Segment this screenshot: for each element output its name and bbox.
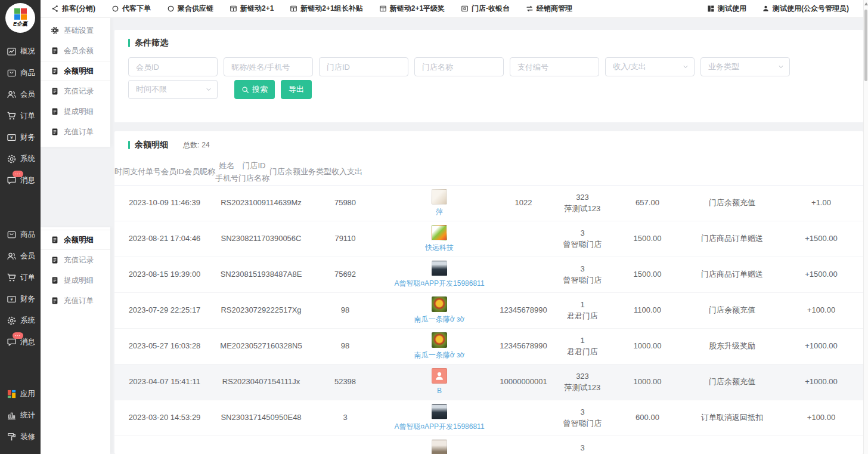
sidebar-item[interactable]: 消息 xyxy=(0,169,41,191)
member-nickname-link[interactable]: 南瓜一条藤ở зờ xyxy=(414,314,465,325)
sidebar-item-icon xyxy=(7,432,17,442)
sidebar-item[interactable]: 应用 xyxy=(0,383,41,404)
filter-input[interactable] xyxy=(414,57,504,76)
scrollbar-up-arrow[interactable] xyxy=(864,2,868,5)
topbar-nav-item[interactable]: 推客(分销) xyxy=(51,4,95,14)
sidebar-item[interactable]: 统计 xyxy=(0,404,41,426)
submenu-item-label: 基础设置 xyxy=(64,26,94,36)
store-id: 3 xyxy=(551,263,614,275)
sidebar-item[interactable]: 订单 xyxy=(0,105,41,126)
table-row[interactable]: 2023-04-07 15:41:11 RS20230407154111Jx 5… xyxy=(114,365,863,400)
cell-pay-number: ME20230527160328N5 xyxy=(215,340,308,352)
submenu-item[interactable]: 提成明细 xyxy=(41,101,110,122)
cell-store-balance: 657.00 xyxy=(614,197,681,209)
sidebar-item[interactable]: 系统 xyxy=(0,148,41,169)
member-nickname-link[interactable]: 南瓜一条藤ở зờ xyxy=(414,350,465,360)
cell-member-nickname: 快远科技 xyxy=(383,225,496,253)
filter-input[interactable] xyxy=(510,57,599,76)
submenu-item[interactable]: 余额明细 xyxy=(41,61,110,81)
topbar-account-item[interactable]: 测试使用(公众号管理员) xyxy=(762,4,849,14)
submenu-item[interactable]: 会员余额 xyxy=(41,41,110,61)
table-row[interactable]: 3 xyxy=(114,436,863,454)
sidebar-item[interactable]: 商品 xyxy=(0,62,41,84)
sidebar-item[interactable]: 财务 xyxy=(0,288,41,310)
time-range-select[interactable]: 时间不限 xyxy=(128,80,218,99)
account-item-icon xyxy=(707,5,715,13)
cell-member-nickname: A曾智聪¤APP开发15986811 xyxy=(383,404,496,432)
topbar-nav-item[interactable]: 经销商管理 xyxy=(526,4,572,14)
member-nickname-link[interactable]: 快远科技 xyxy=(425,242,454,253)
sidebar-item-icon xyxy=(7,294,17,304)
sidebar-item[interactable]: 会员 xyxy=(0,84,41,105)
scrollbar-thumb[interactable] xyxy=(864,10,867,81)
member-nickname-link[interactable]: A曾智聪¤APP开发15986811 xyxy=(394,421,484,432)
filter-input[interactable] xyxy=(128,57,218,76)
table-row[interactable]: 2023-08-21 17:04:46 SN230821170390056C 7… xyxy=(114,221,863,257)
cell-phone: 12345678990 xyxy=(496,304,551,316)
table-header-cell: 门店余额 xyxy=(269,166,300,178)
cell-pay-number: RS20231009114639Mz xyxy=(215,197,308,209)
cell-store: 323 萍测试123 xyxy=(551,370,614,394)
filter-card: 条件筛选 收入/支出 xyxy=(114,30,863,122)
app-logo[interactable]: E企赢 xyxy=(0,0,41,36)
submenu-item-icon xyxy=(51,87,59,95)
topbar-nav-item[interactable]: 代客下单 xyxy=(111,4,151,14)
total-label: 总数: xyxy=(183,141,199,149)
filter-title: 条件筛选 xyxy=(135,38,168,48)
sidebar-item-label: 财务 xyxy=(20,132,35,143)
member-nickname-link[interactable]: B xyxy=(437,385,442,396)
submenu-item[interactable]: 充值记录 xyxy=(41,81,110,101)
submenu-item-icon xyxy=(51,128,59,136)
submenu-item-icon xyxy=(51,47,59,55)
table-row[interactable]: 2023-05-27 16:03:28 ME20230527160328N5 9… xyxy=(114,329,863,365)
cell-amount: +100.00 xyxy=(783,304,859,316)
table-row[interactable]: 2023-07-29 22:25:17 RS20230729222517Xg 9… xyxy=(114,293,863,329)
topbar-nav-item[interactable]: 新链动2+1平级奖 xyxy=(379,4,445,14)
sidebar-item[interactable]: 商品 xyxy=(0,224,41,245)
sidebar-item[interactable]: 财务 xyxy=(0,126,41,148)
table-row[interactable]: 2023-03-20 14:53:29 SN2303171450950E48 3… xyxy=(114,400,863,436)
sidebar-item[interactable]: 概况 xyxy=(0,41,41,62)
table-row[interactable]: 2023-10-09 11:46:39 RS20231009114639Mz 7… xyxy=(114,186,863,221)
sidebar-item[interactable]: 系统 xyxy=(0,310,41,331)
submenu-item[interactable]: 基础设置 xyxy=(41,20,110,41)
filter-select[interactable]: 业务类型 xyxy=(700,57,790,76)
topbar-nav-item[interactable]: 门店-收银台 xyxy=(461,4,510,14)
chevron-down-icon xyxy=(205,86,212,93)
sidebar-item-icon xyxy=(7,89,17,100)
submenu-item[interactable]: 提成明细 xyxy=(41,270,110,291)
sidebar-item[interactable]: 消息 xyxy=(0,331,41,353)
topbar-nav-item[interactable]: 新链动2+1组长补贴 xyxy=(290,4,362,14)
search-icon xyxy=(241,86,249,94)
sidebar-item[interactable]: 装修 xyxy=(0,426,41,447)
sidebar-item-label: 订单 xyxy=(20,111,35,121)
store-name: 君君门店 xyxy=(551,346,614,358)
topbar-nav-item[interactable]: 聚合供应链 xyxy=(167,4,213,14)
submenu-item[interactable]: 余额明细 xyxy=(41,230,110,250)
table-row[interactable]: 2023-08-15 19:39:00 SN2308151938487A8E 7… xyxy=(114,257,863,293)
member-nickname-link[interactable]: A曾智聪¤APP开发15986811 xyxy=(394,278,484,289)
submenu-item[interactable]: 充值订单 xyxy=(41,291,110,311)
submenu-item[interactable]: 充值记录 xyxy=(41,250,110,270)
filter-input[interactable] xyxy=(319,57,408,76)
submenu-panel-1: 基础设置 会员余额 余额明细 充值记录 提成明细 xyxy=(41,18,110,147)
sidebar-item[interactable]: 会员 xyxy=(0,245,41,267)
topbar-nav-item[interactable]: 新链动2+1 xyxy=(230,4,274,14)
topbar-account-item[interactable]: 测试使用 xyxy=(707,4,746,14)
filter-select[interactable]: 收入/支出 xyxy=(605,57,695,76)
search-button[interactable]: 搜索 xyxy=(234,80,275,99)
table-header-cell: 门店ID 门店名称 xyxy=(238,160,269,185)
app-logo-grid-icon xyxy=(14,8,27,20)
cell-store: 3 xyxy=(551,442,614,454)
member-nickname-link[interactable]: 萍 xyxy=(436,206,443,217)
submenu-item[interactable]: 充值订单 xyxy=(41,122,110,142)
topbar-nav-label: 经销商管理 xyxy=(537,4,572,14)
sidebar-item[interactable]: 订单 xyxy=(0,267,41,288)
export-button[interactable]: 导出 xyxy=(281,80,312,99)
sidebar-item-icon xyxy=(7,111,17,121)
table-header-cell: 时间 xyxy=(114,166,130,178)
page-scrollbar[interactable] xyxy=(863,0,868,454)
submenu-item-icon xyxy=(51,26,59,35)
filter-input[interactable] xyxy=(224,57,313,76)
sidebar-item-label: 统计 xyxy=(20,410,35,421)
